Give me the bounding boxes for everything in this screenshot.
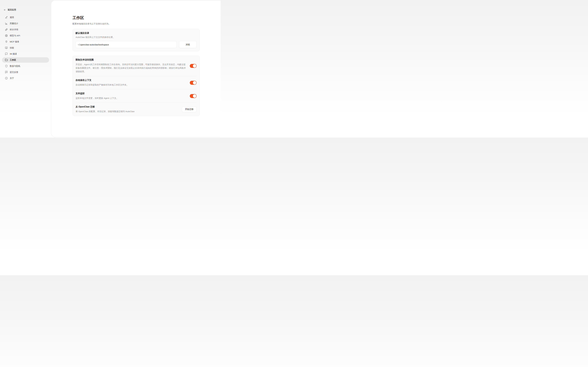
auto-save-context-description: 自动将聊天记录和提取的产物保存到本地工作区文件夹。 bbox=[76, 83, 186, 87]
page-title: 工作区 bbox=[72, 16, 200, 20]
sidebar-item-usage-stats[interactable]: 用量统计 bbox=[2, 21, 49, 26]
default-directory-title: 默认项目目录 bbox=[76, 32, 197, 35]
folder-icon bbox=[5, 58, 8, 61]
browse-button[interactable]: 浏览 bbox=[179, 41, 197, 48]
pen-icon bbox=[5, 16, 8, 19]
sidebar-item-label: 提交反馈 bbox=[10, 71, 18, 74]
sidebar-item-label: 技能 bbox=[10, 47, 14, 49]
auto-save-context-row: 自动保存上下文 自动将聊天记录和提取的产物保存到本地工作区文件夹。 bbox=[73, 76, 200, 89]
arrow-left-icon bbox=[4, 9, 6, 11]
file-watch-row: 文件监听 监听本地文件变更，实时更新 Agent 上下文。 bbox=[73, 89, 200, 102]
sidebar-item-general[interactable]: 通用 bbox=[2, 15, 49, 20]
toggle-knob bbox=[193, 81, 196, 84]
workspace-settings-card: 限制文件访问范围 开启后，Agent 的工作空间将限制在工作目录内。关闭后可访问… bbox=[72, 56, 200, 116]
auto-save-context-title: 自动保存上下文 bbox=[76, 79, 186, 82]
sidebar-item-label: IM 频道 bbox=[10, 53, 17, 55]
message-square-plus-icon bbox=[5, 71, 8, 74]
message-square-icon bbox=[5, 52, 8, 55]
sidebar-item-label: 积分详情 bbox=[10, 28, 18, 31]
migrate-row: 从 OpenClaw 迁移 将 OpenClaw 的配置、对话记录、技能等数据迁… bbox=[73, 103, 200, 116]
migrate-title: 从 OpenClaw 迁移 bbox=[76, 105, 178, 108]
sidebar-item-label: MCP 服务 bbox=[10, 41, 19, 43]
sidebar-item-data-privacy[interactable]: 数据与隐私 bbox=[2, 63, 49, 69]
sidebar-item-label: 用量统计 bbox=[10, 22, 18, 25]
back-to-app-label: 返回应用 bbox=[8, 8, 16, 11]
restrict-file-access-toggle[interactable] bbox=[190, 64, 197, 68]
migrate-description: 将 OpenClaw 的配置、对话记录、技能等数据迁移到 AutoClaw bbox=[76, 110, 178, 113]
back-to-app-button[interactable]: 返回应用 bbox=[4, 8, 16, 11]
book-open-icon bbox=[5, 46, 8, 49]
default-directory-description: AutoClaw 项目和上下文文件的保存位置。 bbox=[76, 36, 197, 39]
page-subtitle: 配置本地项目目录与上下文持久化行为。 bbox=[72, 23, 200, 25]
toggle-knob bbox=[193, 64, 196, 68]
sidebar-item-im-channels[interactable]: IM 频道 bbox=[2, 51, 49, 57]
sidebar-item-mcp-services[interactable]: MCP 服务 bbox=[2, 39, 49, 44]
default-directory-card: 默认项目目录 AutoClaw 项目和上下文文件的保存位置。 浏览 bbox=[72, 29, 200, 51]
restrict-file-access-title: 限制文件访问范围 bbox=[76, 58, 186, 61]
cpu-icon bbox=[5, 34, 8, 37]
info-icon bbox=[5, 77, 8, 80]
sidebar-item-skills[interactable]: 技能 bbox=[2, 45, 49, 50]
coins-icon bbox=[5, 28, 8, 31]
sidebar-item-feedback[interactable]: 提交反馈 bbox=[2, 69, 49, 75]
sidebar-item-credits[interactable]: 积分详情 bbox=[2, 27, 49, 32]
restrict-file-access-description: 开启后，Agent 的工作空间将限制在工作目录内。关闭后可访问更大范围，可能导致… bbox=[76, 63, 186, 73]
sidebar-item-workspace[interactable]: 工作区 bbox=[2, 57, 49, 63]
auto-save-context-toggle[interactable] bbox=[190, 81, 197, 85]
file-watch-description: 监听本地文件变更，实时更新 Agent 上下文。 bbox=[76, 96, 186, 100]
plug-icon bbox=[5, 40, 8, 43]
sidebar-item-label: 数据与隐私 bbox=[10, 65, 20, 67]
file-watch-toggle[interactable] bbox=[190, 94, 197, 98]
sidebar-item-label: 工作区 bbox=[10, 59, 16, 61]
restrict-file-access-row: 限制文件访问范围 开启后，Agent 的工作空间将限制在工作目录内。关闭后可访问… bbox=[73, 56, 200, 76]
toggle-knob bbox=[193, 94, 196, 98]
sidebar-item-models-api[interactable]: 模型与 API bbox=[2, 33, 49, 38]
settings-sidebar: 返回应用 通用 用量统计 积分详情 bbox=[0, 0, 51, 138]
file-watch-title: 文件监听 bbox=[76, 92, 186, 95]
start-migration-button[interactable]: 开始迁移 bbox=[182, 107, 197, 112]
sidebar-nav: 通用 用量统计 积分详情 模型与 API bbox=[2, 15, 49, 81]
directory-path-input[interactable] bbox=[76, 41, 177, 48]
shield-icon bbox=[5, 65, 8, 67]
sidebar-item-label: 模型与 API bbox=[10, 34, 20, 37]
bar-chart-icon bbox=[5, 22, 8, 25]
sidebar-item-label: 通用 bbox=[10, 16, 14, 19]
sidebar-item-about[interactable]: 关于 bbox=[2, 75, 49, 81]
sidebar-item-label: 关于 bbox=[10, 77, 14, 80]
settings-main-panel: 工作区 配置本地项目目录与上下文持久化行为。 默认项目目录 AutoClaw 项… bbox=[51, 0, 221, 137]
